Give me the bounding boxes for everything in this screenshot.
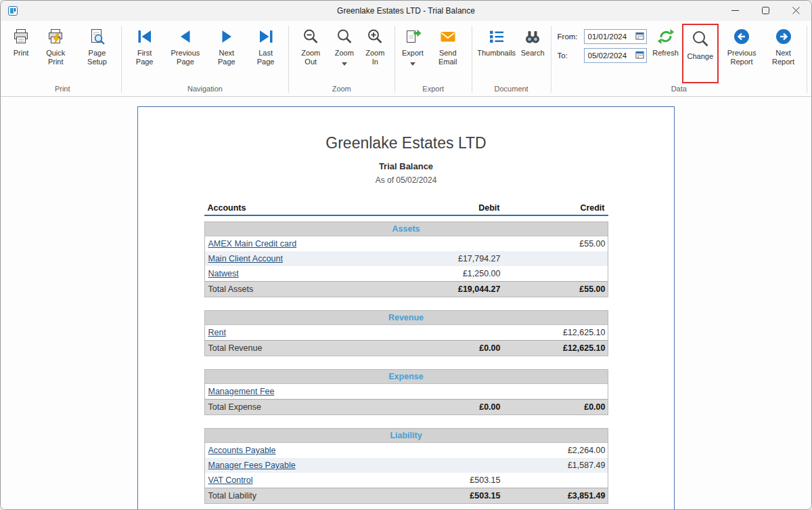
next-page-label: Next Page <box>210 49 244 66</box>
next-page-icon <box>218 28 235 47</box>
next-report-label: Next Report <box>766 49 800 66</box>
debit-cell: £1,250.00 <box>404 266 504 281</box>
previous-report-button[interactable]: Previous Report <box>721 24 763 67</box>
ribbon-group-document: Thumbnails Search <box>474 22 549 96</box>
account-link[interactable]: Rent <box>208 328 226 337</box>
previous-page-button[interactable]: Previous Page <box>164 24 206 67</box>
total-row: Total Liability £503.15 £3,851.49 <box>205 488 608 503</box>
account-link[interactable]: Management Fee <box>208 387 275 396</box>
send-email-button[interactable]: Send Email <box>428 24 468 67</box>
zoom-dropdown-button[interactable]: Zoom <box>330 24 359 68</box>
credit-cell <box>504 266 609 281</box>
quick-print-label: Quick Print <box>39 49 72 66</box>
report-section: Liability Accounts Payable £2,264.00 Man… <box>204 428 608 504</box>
change-button-highlight: Change <box>682 24 719 83</box>
next-report-icon <box>775 28 792 47</box>
navigation-group-label: Navigation <box>125 83 284 96</box>
debit-cell: £503.15 <box>404 473 504 488</box>
account-link[interactable]: Natwest <box>208 269 239 278</box>
print-button[interactable]: Print <box>7 24 35 59</box>
total-credit: £55.00 <box>504 282 609 297</box>
to-calendar-button[interactable] <box>635 50 644 61</box>
zoom-out-button[interactable]: Zoom Out <box>292 24 330 67</box>
report-column-headers: Accounts Debit Credit <box>204 202 608 216</box>
account-link[interactable]: Manager Fees Payable <box>208 461 296 470</box>
from-calendar-button[interactable] <box>635 31 644 42</box>
refresh-button[interactable]: Refresh <box>652 24 680 59</box>
page-setup-label: Page Setup <box>78 49 115 66</box>
ribbon-group-zoom: Zoom Out Zoom <box>290 22 393 96</box>
account-link[interactable]: Main Client Account <box>208 254 283 263</box>
maximize-button[interactable] <box>750 1 781 21</box>
total-credit: £12,625.10 <box>504 341 609 356</box>
to-date-input[interactable] <box>588 51 633 60</box>
export-button[interactable]: Export <box>399 24 427 68</box>
total-row: Total Assets £19,044.27 £55.00 <box>205 281 608 297</box>
credit-cell <box>504 473 609 488</box>
table-row: AMEX Main Credit card £55.00 <box>205 236 608 251</box>
table-row: Rent £12,625.10 <box>205 325 608 340</box>
change-label: Change <box>687 52 714 60</box>
account-link[interactable]: AMEX Main Credit card <box>208 239 297 249</box>
total-debit: £0.00 <box>404 341 504 356</box>
first-page-button[interactable]: First Page <box>125 24 164 67</box>
maximize-icon <box>762 6 769 16</box>
credit-cell: £2,264.00 <box>504 443 609 458</box>
report-section: Assets AMEX Main Credit card £55.00 Main… <box>204 221 608 297</box>
calendar-icon <box>635 50 644 61</box>
thumbnails-icon <box>488 28 505 47</box>
debit-cell <box>404 236 504 251</box>
column-header-debit: Debit <box>403 202 503 215</box>
date-range-fields: From: <box>555 24 651 63</box>
table-row: Main Client Account £17,794.27 <box>205 251 608 266</box>
total-debit: £19,044.27 <box>404 282 504 297</box>
search-button[interactable]: Search <box>518 24 547 59</box>
total-debit: £503.15 <box>404 488 504 503</box>
credit-cell: £12,625.10 <box>504 325 609 340</box>
group-separator <box>807 26 807 93</box>
section-header: Revenue <box>205 311 608 325</box>
page-setup-button[interactable]: Page Setup <box>76 24 118 67</box>
report-sections: Assets AMEX Main Credit card £55.00 Main… <box>204 221 608 504</box>
total-label: Total Liability <box>205 488 404 503</box>
change-button[interactable]: Change <box>685 26 717 62</box>
print-label: Print <box>14 49 29 57</box>
magnifier-icon <box>691 30 710 50</box>
document-group-label: Document <box>476 83 547 96</box>
next-report-button[interactable]: Next Report <box>763 24 803 67</box>
group-separator <box>394 26 395 93</box>
next-page-button[interactable]: Next Page <box>207 24 246 67</box>
debit-cell <box>404 443 504 458</box>
app-window: Greenlake Estates LTD - Trial Balance <box>0 0 812 510</box>
previous-report-label: Previous Report <box>723 49 760 66</box>
thumbnails-button[interactable]: Thumbnails <box>476 24 518 59</box>
last-page-button[interactable]: Last Page <box>247 24 285 67</box>
quick-print-button[interactable]: Quick Print <box>36 24 75 67</box>
zoom-out-label: Zoom Out <box>295 49 327 66</box>
ribbon-group-data: From: <box>553 22 806 96</box>
total-label: Total Expense <box>205 400 404 415</box>
search-label: Search <box>521 49 545 57</box>
quick-print-icon <box>47 28 64 47</box>
total-row: Total Expense £0.00 £0.00 <box>205 399 608 415</box>
from-date-field <box>584 29 647 44</box>
to-label: To: <box>558 51 581 60</box>
total-debit: £0.00 <box>404 400 504 415</box>
minimize-button[interactable] <box>720 1 750 21</box>
close-button[interactable] <box>781 1 811 21</box>
account-link[interactable]: Accounts Payable <box>208 446 276 455</box>
first-page-label: First Page <box>128 49 161 66</box>
zoom-in-button[interactable]: Zoom In <box>359 24 391 67</box>
thumbnails-label: Thumbnails <box>477 49 516 57</box>
from-label: From: <box>558 33 581 41</box>
report-section: Expense Management Fee Total Expense £0.… <box>204 369 608 415</box>
chevron-down-icon <box>410 59 415 67</box>
section-header: Assets <box>205 222 608 236</box>
document-area[interactable]: Greenlake Estates LTD Trial Balance As o… <box>1 97 811 509</box>
account-link[interactable]: VAT Control <box>208 475 253 485</box>
from-date-input[interactable] <box>588 33 633 41</box>
previous-report-icon <box>733 28 750 47</box>
total-credit: £0.00 <box>504 400 609 415</box>
section-header: Expense <box>205 370 608 384</box>
title-bar[interactable]: Greenlake Estates LTD - Trial Balance <box>1 1 811 21</box>
